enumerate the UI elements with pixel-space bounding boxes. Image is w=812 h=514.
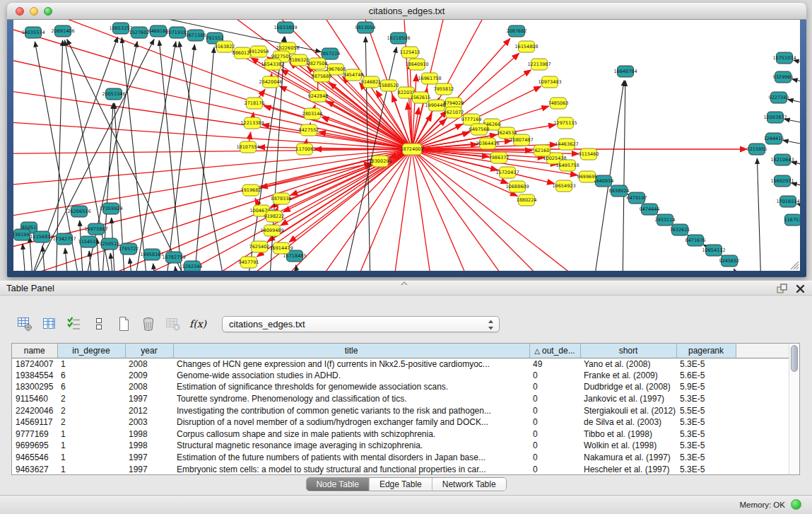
zoom-window-icon[interactable] [44,7,52,16]
cell-pagerank[interactable]: 5.3E-5 [676,358,736,370]
window-resize-grip[interactable] [788,259,799,270]
cell-out_degree[interactable]: 0 [529,404,580,416]
cell-short[interactable]: Yano et al. (2008) [580,358,676,370]
tab-edge-table[interactable]: Edge Table [370,478,433,491]
cell-short[interactable]: Tibbo et al. (1998) [580,428,676,440]
cell-year[interactable]: 1997 [125,452,173,464]
graph-edge-black[interactable] [159,40,183,271]
cell-short[interactable]: de Silva et al. (2003) [580,416,676,428]
table-row[interactable]: 1456911722003Disruption of a novel membe… [12,416,789,428]
network-graph[interactable]: 1403557420891406106532571527602646616010… [13,20,800,271]
panel-resize-handle[interactable] [400,281,408,286]
graph-edge-red[interactable] [412,149,635,271]
cell-in_degree[interactable]: 6 [57,381,125,393]
table-selector-dropdown[interactable]: citations_edges.txt [222,316,500,332]
cell-title[interactable]: Estimation of significance thresholds fo… [173,381,529,393]
delete-table-button[interactable] [163,314,184,334]
cell-pagerank[interactable]: 5.3E-5 [676,452,736,464]
select-rows-button[interactable] [64,314,85,334]
cell-out_degree[interactable]: 0 [529,463,580,475]
float-panel-icon[interactable] [777,284,787,293]
cell-pagerank[interactable]: 5.3E-5 [676,440,736,452]
cell-year[interactable]: 1997 [125,393,173,405]
column-header-title[interactable]: title [173,344,529,358]
graph-edge-black[interactable] [783,140,800,148]
graph-edge-black[interactable] [89,251,93,271]
graph-edge-black[interactable] [194,47,214,271]
cell-in_degree[interactable]: 2 [57,404,125,416]
table-row[interactable]: 2242004622012Investigating the contribut… [12,404,789,416]
cell-name[interactable]: 22420046 [12,404,57,416]
close-panel-icon[interactable] [796,284,805,293]
graph-edge-red[interactable] [13,119,412,149]
cell-pagerank[interactable]: 5.3E-5 [676,463,736,475]
delete-rows-button[interactable] [138,314,159,334]
function-builder-button[interactable]: f(x) [187,314,208,334]
create-table-button[interactable] [113,314,134,334]
graph-edge-black[interactable] [134,42,176,271]
cell-short[interactable]: Dudbridge et al. (2008) [580,381,676,393]
cell-year[interactable]: 2008 [125,358,173,370]
graph-edge-red[interactable] [289,149,412,243]
graph-edge-black[interactable] [792,183,800,191]
cell-pagerank[interactable]: 5.3E-5 [676,393,736,405]
graph-edge-black[interactable] [757,158,761,271]
graph-edge-black[interactable] [794,60,800,68]
cell-in_degree[interactable]: 1 [57,463,125,475]
graph-edge-black[interactable] [65,248,69,271]
cell-title[interactable]: Changes of HCN gene expression and I(f) … [173,358,529,370]
show-columns-button[interactable] [39,314,60,334]
graph-edge-black[interactable] [296,265,299,271]
tab-network-table[interactable]: Network Table [433,478,506,491]
cell-in_degree[interactable]: 1 [57,440,125,452]
table-row[interactable]: 946362711997Embryonic stem cells: a mode… [12,463,789,475]
cell-short[interactable]: Jankovic et al. (1997) [580,393,676,405]
cell-title[interactable]: Investigating the contribution of common… [173,404,529,416]
cell-name[interactable]: 14569117 [12,416,57,428]
memory-status-icon[interactable] [791,499,801,510]
row-height-button[interactable] [88,314,110,334]
tab-node-table[interactable]: Node Table [306,478,370,491]
graph-edge-black[interactable] [129,258,133,271]
table-row[interactable]: 1872400712008Changes of HCN gene express… [12,358,789,370]
cell-in_degree[interactable]: 6 [57,370,125,382]
cell-name[interactable]: 9777169 [12,428,57,440]
cell-year[interactable]: 2012 [125,404,173,416]
cell-title[interactable]: Embryonic stem cells: a model to study s… [173,463,529,475]
cell-short[interactable]: Wolkin et al. (1998) [580,440,676,452]
graph-edge-black[interactable] [792,79,800,87]
cell-short[interactable]: Stergiakouli et al. (2012) [580,404,676,416]
column-header-short[interactable]: short [580,344,676,358]
graph-edge-black[interactable] [365,37,370,271]
graph-edge-black[interactable] [797,204,800,211]
table-scrollbar-thumb[interactable] [791,345,798,372]
cell-pagerank[interactable]: 5.3E-5 [676,416,736,428]
column-header-in_degree[interactable]: in_degree [57,344,125,358]
column-header-pagerank[interactable]: pagerank [676,344,736,358]
cell-in_degree[interactable]: 2 [57,416,125,428]
graph-edge-black[interactable] [623,81,625,271]
cell-year[interactable]: 2003 [125,416,173,428]
network-canvas[interactable]: 1403557420891406106532571527602646616010… [13,20,800,271]
cell-name[interactable]: 9699695 [12,440,57,452]
cell-in_degree[interactable]: 2 [57,393,125,405]
graph-edge-black[interactable] [42,246,46,271]
column-header-name[interactable]: name [12,344,57,358]
cell-name[interactable]: 18300295 [12,381,57,393]
table-row[interactable]: 1830029562008Estimation of significance … [12,381,789,393]
cell-year[interactable]: 1998 [125,440,173,452]
graph-edge-black[interactable] [734,269,745,271]
cell-name[interactable]: 19384554 [12,370,57,382]
graph-edge-black[interactable] [788,100,800,107]
table-scrollbar[interactable] [789,344,799,474]
table-options-button[interactable] [14,314,35,334]
cell-title[interactable]: Disruption of a novel member of a sodium… [173,416,529,428]
cell-out_degree[interactable]: 0 [529,452,580,464]
cell-pagerank[interactable]: 5.5E-5 [676,404,736,416]
cell-pagerank[interactable]: 5.6E-5 [676,370,736,382]
cell-in_degree[interactable]: 1 [57,428,125,440]
close-window-icon[interactable] [16,7,24,16]
cell-title[interactable]: Structural magnetic resonance image aver… [173,440,529,452]
cell-title[interactable]: Estimation of the future numbers of pati… [173,452,529,464]
cell-pagerank[interactable]: 5.9E-5 [676,381,736,393]
